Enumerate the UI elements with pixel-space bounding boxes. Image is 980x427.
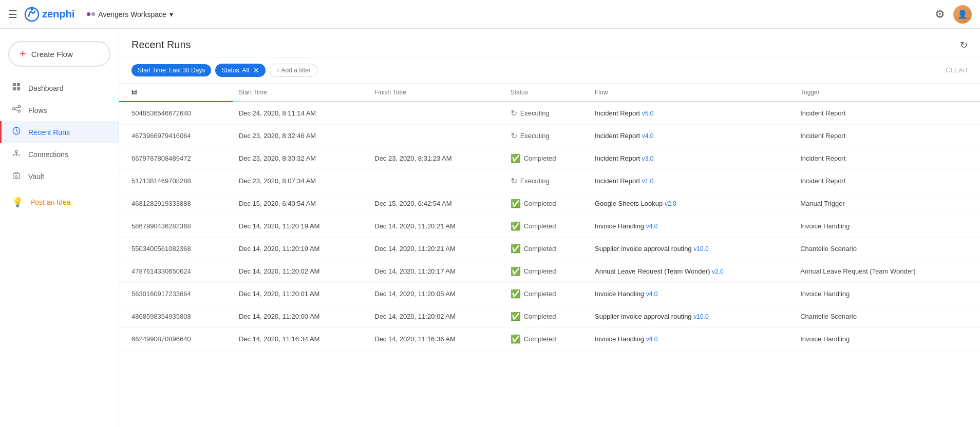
flows-icon bbox=[12, 104, 21, 116]
cell-id: 6679787808489472 bbox=[119, 147, 233, 170]
table-row[interactable]: 5048536546672640 Dec 24, 2020, 8:11:14 A… bbox=[119, 102, 980, 125]
completed-check-icon: ✅ bbox=[511, 199, 521, 208]
cell-id: 5171381469708288 bbox=[119, 170, 233, 192]
table-row[interactable]: 4868598354935808 Dec 14, 2020, 11:20:00 … bbox=[119, 305, 980, 328]
clear-filters-button[interactable]: CLEAR bbox=[946, 67, 968, 74]
sidebar-item-dashboard[interactable]: Dashboard bbox=[0, 77, 119, 99]
sidebar-item-connections[interactable]: Connections bbox=[0, 143, 119, 165]
cell-finish-time: Dec 23, 2020, 8:31:23 AM bbox=[368, 147, 504, 170]
cell-flow: Incident Report v1.0 bbox=[589, 170, 794, 192]
sidebar-item-recent-runs[interactable]: Recent Runs bbox=[0, 121, 119, 143]
flows-label: Flows bbox=[28, 106, 47, 114]
cell-status: ✅ Completed bbox=[504, 260, 589, 283]
cell-finish-time: Dec 14, 2020, 11:16:36 AM bbox=[368, 328, 504, 351]
cell-flow: Incident Report v3.0 bbox=[589, 147, 794, 170]
cell-finish-time: Dec 14, 2020, 11:20:21 AM bbox=[368, 215, 504, 238]
table-row[interactable]: 4787614330650624 Dec 14, 2020, 11:20:02 … bbox=[119, 260, 980, 283]
cell-start-time: Dec 23, 2020, 8:07:34 AM bbox=[233, 170, 368, 192]
status-filter-chip[interactable]: Status: All ✕ bbox=[215, 64, 265, 77]
workspace-dropdown-icon: ▾ bbox=[169, 10, 173, 18]
workspace-selector[interactable]: Avengers Workspace ▾ bbox=[87, 10, 173, 18]
main-content: Recent Runs ↻ Start Time: Last 30 Days S… bbox=[119, 29, 980, 427]
svg-point-7 bbox=[18, 105, 21, 108]
sidebar-item-post-idea[interactable]: 💡 Post an Idea bbox=[0, 191, 119, 213]
executing-spinner-icon: ↻ bbox=[511, 131, 517, 141]
cell-finish-time: Dec 15, 2020, 6:42:54 AM bbox=[368, 192, 504, 215]
settings-icon[interactable]: ⚙ bbox=[935, 8, 945, 21]
svg-rect-3 bbox=[17, 83, 20, 86]
cell-flow: Incident Report v4.0 bbox=[589, 125, 794, 147]
cell-trigger: Annual Leave Request (Team Wonder) bbox=[794, 260, 980, 283]
cell-trigger: Manual Trigger bbox=[794, 192, 980, 215]
svg-line-9 bbox=[15, 107, 18, 108]
table-row[interactable]: 5171381469708288 Dec 23, 2020, 8:07:34 A… bbox=[119, 170, 980, 192]
flow-version: v10.0 bbox=[693, 313, 708, 320]
table-row[interactable]: 5503400561082368 Dec 14, 2020, 11:20:19 … bbox=[119, 238, 980, 260]
col-trigger[interactable]: Trigger bbox=[794, 84, 980, 102]
cell-trigger: Incident Report bbox=[794, 125, 980, 147]
cell-status: ↻ Executing bbox=[504, 125, 589, 147]
flow-version: v4.0 bbox=[646, 336, 658, 343]
cell-id: 5048536546672640 bbox=[119, 102, 233, 125]
cell-flow: Invoice Handling v4.0 bbox=[589, 283, 794, 305]
col-finish-time[interactable]: Finish Time bbox=[368, 84, 504, 102]
col-status[interactable]: Status bbox=[504, 84, 589, 102]
connections-label: Connections bbox=[28, 150, 68, 159]
cell-start-time: Dec 14, 2020, 11:20:19 AM bbox=[233, 238, 368, 260]
col-id[interactable]: Id bbox=[119, 84, 233, 102]
cell-finish-time bbox=[368, 125, 504, 147]
refresh-icon[interactable]: ↻ bbox=[960, 40, 968, 51]
zenphi-logo-icon bbox=[24, 6, 40, 23]
status-filter-label: Status: All bbox=[221, 67, 249, 74]
table-container: Id Start Time Finish Time Status Flow Tr… bbox=[119, 84, 980, 427]
cell-id: 5503400561082368 bbox=[119, 238, 233, 260]
cell-id: 4787614330650624 bbox=[119, 260, 233, 283]
svg-point-6 bbox=[12, 108, 15, 110]
avatar[interactable]: 👤 bbox=[953, 5, 972, 24]
cell-start-time: Dec 23, 2020, 8:30:32 AM bbox=[233, 147, 368, 170]
executing-spinner-icon: ↻ bbox=[511, 176, 517, 186]
flow-name: Annual Leave Request (Team Wonder) bbox=[595, 267, 710, 275]
table-row[interactable]: 6624990870896640 Dec 14, 2020, 11:16:34 … bbox=[119, 328, 980, 351]
cell-status: ↻ Executing bbox=[504, 102, 589, 125]
add-filter-button[interactable]: + Add a filter bbox=[270, 64, 317, 77]
status-filter-close-icon[interactable]: ✕ bbox=[253, 66, 259, 74]
main-header: Recent Runs ↻ bbox=[119, 29, 980, 57]
flow-version: v10.0 bbox=[693, 245, 708, 253]
svg-point-1 bbox=[31, 8, 33, 10]
cell-status: ✅ Completed bbox=[504, 305, 589, 328]
flow-version: v4.0 bbox=[646, 290, 658, 298]
cell-trigger: Invoice Handling bbox=[794, 215, 980, 238]
hamburger-menu-icon[interactable]: ☰ bbox=[8, 8, 17, 21]
cell-id: 4673966979416064 bbox=[119, 125, 233, 147]
workspace-icon bbox=[87, 12, 95, 16]
completed-check-icon: ✅ bbox=[511, 289, 521, 299]
top-header: ☰ zenphi Avengers Workspace ▾ ⚙ 👤 bbox=[0, 0, 980, 29]
col-flow[interactable]: Flow bbox=[589, 84, 794, 102]
cell-trigger: Incident Report bbox=[794, 147, 980, 170]
cell-start-time: Dec 24, 2020, 8:11:14 AM bbox=[233, 102, 368, 125]
create-flow-button[interactable]: + Create Flow bbox=[8, 41, 110, 67]
flow-version: v4.0 bbox=[642, 132, 654, 140]
plus-icon: + bbox=[20, 47, 26, 61]
sidebar-item-vault[interactable]: Vault bbox=[0, 165, 119, 187]
flow-name: Invoice Handling bbox=[595, 222, 644, 230]
cell-id: 4868598354935808 bbox=[119, 305, 233, 328]
cell-start-time: Dec 14, 2020, 11:16:34 AM bbox=[233, 328, 368, 351]
flow-name: Supplier invoice approval routing bbox=[595, 245, 692, 253]
cell-start-time: Dec 15, 2020, 6:40:54 AM bbox=[233, 192, 368, 215]
dashboard-label: Dashboard bbox=[28, 84, 64, 92]
flow-version: v1.0 bbox=[642, 178, 654, 185]
flow-name: Supplier invoice approval routing bbox=[595, 313, 692, 320]
sidebar-item-flows[interactable]: Flows bbox=[0, 99, 119, 121]
cell-start-time: Dec 14, 2020, 11:20:02 AM bbox=[233, 260, 368, 283]
table-row[interactable]: 4673966979416064 Dec 23, 2020, 8:32:46 A… bbox=[119, 125, 980, 147]
table-row[interactable]: 5630160917233664 Dec 14, 2020, 11:20:01 … bbox=[119, 283, 980, 305]
table-row[interactable]: 6679787808489472 Dec 23, 2020, 8:30:32 A… bbox=[119, 147, 980, 170]
table-row[interactable]: 4681282919333888 Dec 15, 2020, 6:40:54 A… bbox=[119, 192, 980, 215]
cell-finish-time: Dec 14, 2020, 11:20:05 AM bbox=[368, 283, 504, 305]
col-start-time[interactable]: Start Time bbox=[233, 84, 368, 102]
start-time-filter-chip[interactable]: Start Time: Last 30 Days bbox=[131, 64, 211, 76]
cell-flow: Invoice Handling v4.0 bbox=[589, 328, 794, 351]
table-row[interactable]: 5867990436282368 Dec 14, 2020, 11:20:19 … bbox=[119, 215, 980, 238]
